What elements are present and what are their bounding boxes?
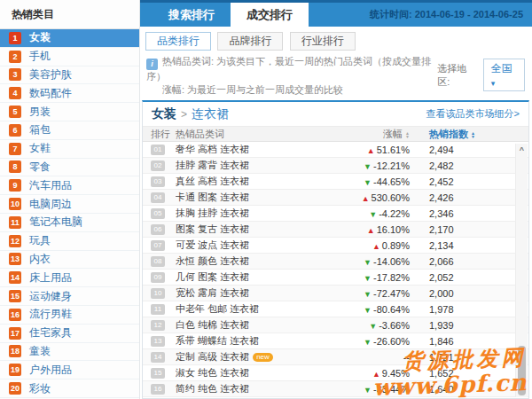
sidebar-item[interactable]: 14 床上用品 [0,269,139,287]
sidebar-item[interactable]: 19 户外用品 [0,361,139,379]
sidebar-item[interactable]: 1 女装 [0,29,139,48]
sidebar-item[interactable]: 9 汽车用品 [0,176,139,195]
sidebar-item-label: 住宅家具 [29,325,72,340]
sub-tab[interactable]: 品牌排行 [217,32,283,51]
sidebar-item-label: 电脑周边 [29,197,72,212]
col-rank: 排行 [151,128,176,141]
scroll-thumb[interactable] [518,346,526,395]
breadcrumb-subcategory[interactable]: 连衣裙 [192,106,229,122]
category-rank-badge: 20 [9,382,21,395]
row-change-text: -4.22% [379,208,410,219]
row-term-text: 定制 高级 连衣裙 [176,351,249,362]
row-change: ▼-17.82% [328,272,410,283]
table-row[interactable]: 02 挂脖 露背 连衣裙 ▼-12.21% 2,482 [143,158,528,174]
sub-tab[interactable]: 品类排行 [145,32,211,51]
region-selector: 选择地区: 全国 [437,55,525,91]
row-term: 挂脖 露背 连衣裙 [176,159,328,172]
sidebar-item[interactable]: 4 数码配件 [0,84,139,103]
sidebar-item[interactable]: 6 箱包 [0,121,139,140]
sidebar-item[interactable]: 12 玩具 [0,232,139,251]
table-row[interactable]: 04 卡通 图案 连衣裙 ▲530.60% 2,426 [143,190,528,206]
sidebar-item[interactable]: 10 电脑周边 [0,195,139,214]
row-term: 中老年 包邮 连衣裙 [176,302,328,316]
sidebar-item[interactable]: 7 女鞋 [0,140,139,159]
sidebar-title: 热销类目 [0,0,139,29]
new-badge: new [253,353,273,362]
top-tab[interactable]: 成交排行 [231,3,309,27]
row-change-text: -80.64% [373,304,410,315]
row-term: 白色 纯棉 连衣裙 [176,318,328,332]
table-row[interactable]: 09 几何 图案 连衣裙 ▼-17.82% 2,052 [143,270,528,286]
table-row[interactable]: 11 中老年 包邮 连衣裙 ▼-80.64% 1,978 [143,301,528,317]
row-term-text: 宽松 露肩 连衣裙 [176,287,249,298]
sidebar-item[interactable]: 17 住宅家具 [0,325,139,343]
sidebar-item-label: 彩妆 [29,381,51,396]
breadcrumb-category[interactable]: 女装 [152,106,176,122]
sidebar-item[interactable]: 8 零食 [0,159,139,177]
table-row[interactable]: 08 永恒 颜色 连衣裙 ▼-14.06% 2,066 [143,254,528,270]
row-rank-badge: 12 [151,320,165,331]
sidebar-item[interactable]: 5 男装 [0,103,139,121]
row-change-text: -14.06% [373,256,410,267]
row-index-value: 2,494 [410,145,484,155]
table-row[interactable]: 05 抹胸 挂脖 连衣裙 ▼-4.22% 2,346 [143,206,528,222]
table-row[interactable]: 14 定制 高级 连衣裙new -- 1,721 [143,349,528,365]
row-term: 奢华 高档 连衣裙 [176,143,328,156]
sort-index-icon[interactable]: ▲▼ [471,131,475,138]
sidebar-item[interactable]: 15 运动健身 [0,287,139,306]
table-row[interactable]: 01 奢华 高档 连衣裙 ▲51.61% 2,494 [143,142,528,158]
sidebar-item[interactable]: 20 彩妆 [0,379,139,398]
sidebar-item[interactable]: 3 美容护肤 [0,66,139,85]
category-rank-badge: 13 [9,253,21,265]
row-index-value: 2,452 [410,176,484,187]
scroll-up-icon[interactable]: ^ [516,144,528,156]
sub-tab[interactable]: 行业排行 [290,32,356,51]
row-term-text: 图案 复古 连衣裙 [176,223,249,234]
sidebar-item-label: 户外用品 [29,363,72,378]
category-rank-badge: 12 [9,235,21,247]
row-change-text: -12.21% [373,160,410,171]
info-row: 热销品类词: 为该类目下，最近一周的热门品类词（按成交量排序） 涨幅: 为最近一… [146,55,525,97]
row-index-value: 2,066 [410,256,484,267]
sidebar-item[interactable]: 16 流行男鞋 [0,306,139,325]
sidebar-item-label: 箱包 [29,122,51,137]
category-rank-badge: 8 [9,160,21,173]
row-change: ▲530.60% [328,192,410,203]
row-change-text: 0.89% [382,240,410,251]
row-change: ▲51.61% [328,145,410,155]
sidebar-item[interactable]: 2 手机 [0,48,139,66]
scrollbar[interactable]: ^ [515,144,528,397]
row-term-text: 系带 蝴蝶结 连衣裙 [176,335,259,346]
table-row[interactable]: 12 白色 纯棉 连衣裙 ▼-3.66% 1,939 [143,317,528,333]
row-change: ▲0.89% [328,240,410,251]
sidebar-item[interactable]: 11 笔记本电脑 [0,214,139,232]
trend-arrow-icon: ▼ [364,274,372,283]
trend-arrow-icon: ▲ [372,370,380,379]
table-row[interactable]: 06 图案 复古 连衣裙 ▲16.10% 2,170 [143,222,528,238]
row-term: 宽松 露肩 连衣裙 [176,286,328,300]
table-row[interactable]: 10 宽松 露肩 连衣裙 ▼-72.47% 2,000 [143,286,528,301]
table-row[interactable]: 03 真丝 高档 连衣裙 ▼-44.65% 2,452 [143,174,528,190]
help-text: 热销品类词: 为该类目下，最近一周的热门品类词（按成交量排序） 涨幅: 为最近一… [146,55,437,97]
row-change: ▼-33.44% [328,384,410,395]
table-row[interactable]: 16 简约 纯色 连衣裙 ▼-33.44% 1,640 [143,381,528,397]
table-row[interactable]: 15 淑女 纯色 连衣裙 ▲9.45% 1,652 [143,365,528,381]
row-term: 系带 蝴蝶结 连衣裙 [176,334,328,348]
row-term: 淑女 纯色 连衣裙 [176,366,328,379]
ranking-panel: 女装 > 连衣裙 查看该品类市场细分> 排行 热销品类词 涨幅▲▼ 热销指数▲▼… [142,100,529,399]
row-change-text: -3.66% [379,320,410,331]
panel-header: 女装 > 连衣裙 查看该品类市场细分> [143,102,528,127]
table-row[interactable]: 07 可爱 波点 连衣裙 ▲0.89% 2,134 [143,238,528,254]
row-index-value: 2,052 [410,272,484,283]
region-dropdown[interactable]: 全国 [483,59,525,91]
category-rank-badge: 7 [9,143,21,155]
row-term: 可爱 波点 连衣裙 [176,239,328,252]
sidebar-item-label: 内衣 [29,252,51,267]
sidebar-item[interactable]: 13 内衣 [0,251,139,270]
table-row[interactable]: 13 系带 蝴蝶结 连衣裙 ▼-26.60% 1,846 [143,333,528,349]
table-body: 01 奢华 高档 连衣裙 ▲51.61% 2,494 02 挂脖 露背 连衣裙 … [143,142,528,397]
trend-arrow-icon: ▼ [369,210,377,219]
top-tab[interactable]: 搜索排行 [153,3,231,27]
sidebar-item[interactable]: 18 童装 [0,343,139,362]
market-detail-link[interactable]: 查看该品类市场细分> [426,107,520,121]
